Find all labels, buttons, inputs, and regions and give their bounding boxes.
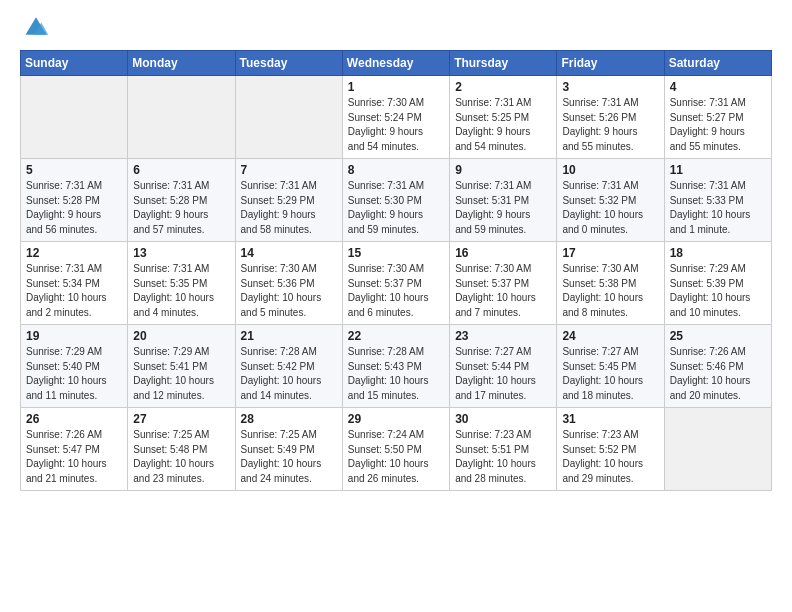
- logo-icon: [22, 12, 50, 40]
- day-info: Sunrise: 7:31 AMSunset: 5:25 PMDaylight:…: [455, 96, 551, 154]
- calendar-cell: 28Sunrise: 7:25 AMSunset: 5:49 PMDayligh…: [235, 408, 342, 491]
- logo: [20, 16, 50, 40]
- day-info: Sunrise: 7:28 AMSunset: 5:42 PMDaylight:…: [241, 345, 337, 403]
- day-number: 13: [133, 246, 229, 260]
- week-row-4: 19Sunrise: 7:29 AMSunset: 5:40 PMDayligh…: [21, 325, 772, 408]
- day-info: Sunrise: 7:28 AMSunset: 5:43 PMDaylight:…: [348, 345, 444, 403]
- calendar-cell: 1Sunrise: 7:30 AMSunset: 5:24 PMDaylight…: [342, 76, 449, 159]
- calendar-cell: 24Sunrise: 7:27 AMSunset: 5:45 PMDayligh…: [557, 325, 664, 408]
- day-number: 22: [348, 329, 444, 343]
- calendar-cell: [664, 408, 771, 491]
- day-number: 21: [241, 329, 337, 343]
- calendar-cell: 7Sunrise: 7:31 AMSunset: 5:29 PMDaylight…: [235, 159, 342, 242]
- day-info: Sunrise: 7:23 AMSunset: 5:51 PMDaylight:…: [455, 428, 551, 486]
- weekday-tuesday: Tuesday: [235, 51, 342, 76]
- calendar-cell: 25Sunrise: 7:26 AMSunset: 5:46 PMDayligh…: [664, 325, 771, 408]
- page: SundayMondayTuesdayWednesdayThursdayFrid…: [0, 0, 792, 612]
- day-number: 31: [562, 412, 658, 426]
- weekday-monday: Monday: [128, 51, 235, 76]
- calendar: SundayMondayTuesdayWednesdayThursdayFrid…: [20, 50, 772, 491]
- day-info: Sunrise: 7:30 AMSunset: 5:37 PMDaylight:…: [455, 262, 551, 320]
- weekday-wednesday: Wednesday: [342, 51, 449, 76]
- day-number: 16: [455, 246, 551, 260]
- calendar-cell: 10Sunrise: 7:31 AMSunset: 5:32 PMDayligh…: [557, 159, 664, 242]
- calendar-cell: 11Sunrise: 7:31 AMSunset: 5:33 PMDayligh…: [664, 159, 771, 242]
- week-row-5: 26Sunrise: 7:26 AMSunset: 5:47 PMDayligh…: [21, 408, 772, 491]
- day-number: 6: [133, 163, 229, 177]
- calendar-cell: 9Sunrise: 7:31 AMSunset: 5:31 PMDaylight…: [450, 159, 557, 242]
- day-info: Sunrise: 7:30 AMSunset: 5:24 PMDaylight:…: [348, 96, 444, 154]
- calendar-cell: 13Sunrise: 7:31 AMSunset: 5:35 PMDayligh…: [128, 242, 235, 325]
- day-number: 23: [455, 329, 551, 343]
- day-info: Sunrise: 7:31 AMSunset: 5:26 PMDaylight:…: [562, 96, 658, 154]
- weekday-thursday: Thursday: [450, 51, 557, 76]
- calendar-cell: 30Sunrise: 7:23 AMSunset: 5:51 PMDayligh…: [450, 408, 557, 491]
- day-info: Sunrise: 7:31 AMSunset: 5:33 PMDaylight:…: [670, 179, 766, 237]
- calendar-cell: 20Sunrise: 7:29 AMSunset: 5:41 PMDayligh…: [128, 325, 235, 408]
- calendar-cell: 18Sunrise: 7:29 AMSunset: 5:39 PMDayligh…: [664, 242, 771, 325]
- day-info: Sunrise: 7:29 AMSunset: 5:39 PMDaylight:…: [670, 262, 766, 320]
- day-number: 7: [241, 163, 337, 177]
- day-number: 14: [241, 246, 337, 260]
- week-row-3: 12Sunrise: 7:31 AMSunset: 5:34 PMDayligh…: [21, 242, 772, 325]
- calendar-cell: [21, 76, 128, 159]
- day-number: 9: [455, 163, 551, 177]
- day-info: Sunrise: 7:24 AMSunset: 5:50 PMDaylight:…: [348, 428, 444, 486]
- calendar-cell: 15Sunrise: 7:30 AMSunset: 5:37 PMDayligh…: [342, 242, 449, 325]
- day-info: Sunrise: 7:25 AMSunset: 5:48 PMDaylight:…: [133, 428, 229, 486]
- day-number: 11: [670, 163, 766, 177]
- day-number: 3: [562, 80, 658, 94]
- day-info: Sunrise: 7:31 AMSunset: 5:28 PMDaylight:…: [133, 179, 229, 237]
- calendar-cell: 4Sunrise: 7:31 AMSunset: 5:27 PMDaylight…: [664, 76, 771, 159]
- calendar-cell: 19Sunrise: 7:29 AMSunset: 5:40 PMDayligh…: [21, 325, 128, 408]
- week-row-2: 5Sunrise: 7:31 AMSunset: 5:28 PMDaylight…: [21, 159, 772, 242]
- day-info: Sunrise: 7:23 AMSunset: 5:52 PMDaylight:…: [562, 428, 658, 486]
- day-number: 10: [562, 163, 658, 177]
- day-info: Sunrise: 7:31 AMSunset: 5:35 PMDaylight:…: [133, 262, 229, 320]
- day-number: 12: [26, 246, 122, 260]
- day-info: Sunrise: 7:31 AMSunset: 5:27 PMDaylight:…: [670, 96, 766, 154]
- day-number: 18: [670, 246, 766, 260]
- day-number: 4: [670, 80, 766, 94]
- day-info: Sunrise: 7:30 AMSunset: 5:38 PMDaylight:…: [562, 262, 658, 320]
- calendar-cell: 5Sunrise: 7:31 AMSunset: 5:28 PMDaylight…: [21, 159, 128, 242]
- calendar-cell: 23Sunrise: 7:27 AMSunset: 5:44 PMDayligh…: [450, 325, 557, 408]
- calendar-cell: 22Sunrise: 7:28 AMSunset: 5:43 PMDayligh…: [342, 325, 449, 408]
- weekday-friday: Friday: [557, 51, 664, 76]
- calendar-cell: 8Sunrise: 7:31 AMSunset: 5:30 PMDaylight…: [342, 159, 449, 242]
- calendar-cell: 12Sunrise: 7:31 AMSunset: 5:34 PMDayligh…: [21, 242, 128, 325]
- header: [20, 16, 772, 40]
- calendar-cell: 14Sunrise: 7:30 AMSunset: 5:36 PMDayligh…: [235, 242, 342, 325]
- day-number: 17: [562, 246, 658, 260]
- day-number: 15: [348, 246, 444, 260]
- day-info: Sunrise: 7:31 AMSunset: 5:31 PMDaylight:…: [455, 179, 551, 237]
- day-number: 29: [348, 412, 444, 426]
- calendar-cell: 26Sunrise: 7:26 AMSunset: 5:47 PMDayligh…: [21, 408, 128, 491]
- calendar-cell: [235, 76, 342, 159]
- day-info: Sunrise: 7:25 AMSunset: 5:49 PMDaylight:…: [241, 428, 337, 486]
- day-info: Sunrise: 7:31 AMSunset: 5:28 PMDaylight:…: [26, 179, 122, 237]
- weekday-header-row: SundayMondayTuesdayWednesdayThursdayFrid…: [21, 51, 772, 76]
- day-number: 28: [241, 412, 337, 426]
- day-number: 20: [133, 329, 229, 343]
- calendar-cell: 16Sunrise: 7:30 AMSunset: 5:37 PMDayligh…: [450, 242, 557, 325]
- day-info: Sunrise: 7:31 AMSunset: 5:30 PMDaylight:…: [348, 179, 444, 237]
- calendar-cell: [128, 76, 235, 159]
- day-number: 5: [26, 163, 122, 177]
- day-number: 30: [455, 412, 551, 426]
- day-info: Sunrise: 7:27 AMSunset: 5:44 PMDaylight:…: [455, 345, 551, 403]
- day-number: 2: [455, 80, 551, 94]
- day-info: Sunrise: 7:29 AMSunset: 5:40 PMDaylight:…: [26, 345, 122, 403]
- day-info: Sunrise: 7:31 AMSunset: 5:32 PMDaylight:…: [562, 179, 658, 237]
- day-info: Sunrise: 7:27 AMSunset: 5:45 PMDaylight:…: [562, 345, 658, 403]
- calendar-cell: 21Sunrise: 7:28 AMSunset: 5:42 PMDayligh…: [235, 325, 342, 408]
- day-number: 1: [348, 80, 444, 94]
- day-info: Sunrise: 7:31 AMSunset: 5:34 PMDaylight:…: [26, 262, 122, 320]
- day-number: 19: [26, 329, 122, 343]
- day-number: 8: [348, 163, 444, 177]
- weekday-sunday: Sunday: [21, 51, 128, 76]
- calendar-cell: 2Sunrise: 7:31 AMSunset: 5:25 PMDaylight…: [450, 76, 557, 159]
- day-number: 26: [26, 412, 122, 426]
- week-row-1: 1Sunrise: 7:30 AMSunset: 5:24 PMDaylight…: [21, 76, 772, 159]
- weekday-saturday: Saturday: [664, 51, 771, 76]
